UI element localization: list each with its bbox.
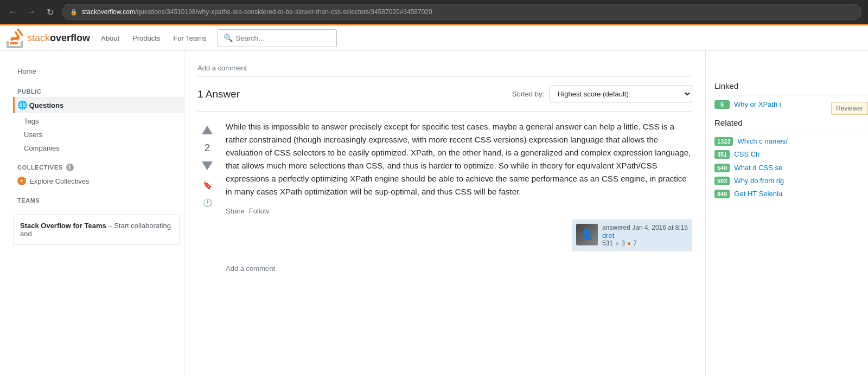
teams-box-title: Stack Overflow for Teams bbox=[20, 222, 106, 230]
linked-title: Linked bbox=[714, 81, 868, 95]
sidebar-item-home[interactable]: Home bbox=[13, 64, 184, 79]
so-logo[interactable]: stackoverflow bbox=[7, 28, 90, 48]
so-logo-icon bbox=[7, 28, 24, 48]
back-button[interactable]: ← bbox=[7, 5, 20, 18]
site-header: stackoverflow About Products For Teams 🔍 bbox=[0, 24, 868, 51]
address-bar[interactable]: 🔒 stackoverflow.com/questions/34510198/w… bbox=[62, 4, 861, 20]
related-item-3: 593 Why do from rig bbox=[714, 176, 868, 186]
user-reputation: 531 3 ● 7 bbox=[602, 239, 688, 247]
follow-link[interactable]: Follow bbox=[249, 207, 270, 215]
search-input[interactable] bbox=[236, 34, 331, 42]
bronze-badge: ● bbox=[627, 239, 631, 247]
sidebar-item-questions[interactable]: 🌐 Questions bbox=[13, 97, 184, 113]
related-section: Related 1323 Which c names/ 351 CSS Ch 5… bbox=[714, 118, 868, 199]
score-badge-540: 540 bbox=[714, 164, 730, 172]
vote-up-button[interactable] bbox=[197, 120, 217, 140]
user-name-link[interactable]: dret bbox=[602, 231, 688, 239]
sidebar: Home PUBLIC 🌐 Questions Tags Users Compa… bbox=[0, 51, 184, 376]
teams-box: Stack Overflow for Teams – Start collabo… bbox=[13, 215, 180, 245]
bookmark-button[interactable] bbox=[200, 178, 215, 193]
answered-at: answered Jan 4, 2016 at 8:15 bbox=[602, 224, 688, 231]
score-badge-5: 5 bbox=[714, 100, 730, 109]
score-badge-593: 593 bbox=[714, 177, 730, 185]
bookmark-icon bbox=[203, 180, 212, 190]
info-icon: i bbox=[66, 164, 74, 171]
refresh-button[interactable]: ↻ bbox=[43, 5, 56, 18]
answer-actions: Share Follow bbox=[226, 207, 692, 215]
related-item-link-4[interactable]: Get HT Seleniu bbox=[734, 189, 782, 199]
share-link[interactable]: Share bbox=[226, 207, 245, 215]
sidebar-section-public: PUBLIC bbox=[13, 80, 184, 97]
history-button[interactable] bbox=[200, 195, 215, 210]
related-item-4: 640 Get HT Seleniu bbox=[714, 189, 868, 199]
add-comment-bottom[interactable]: Add a comment bbox=[226, 260, 692, 277]
sidebar-item-users[interactable]: Users bbox=[13, 128, 184, 141]
history-icon bbox=[203, 198, 212, 208]
downvote-icon bbox=[202, 161, 213, 170]
forward-button[interactable]: → bbox=[25, 5, 38, 18]
logo-text: stackoverflow bbox=[27, 33, 90, 44]
search-icon: 🔍 bbox=[224, 34, 233, 42]
collectives-icon: ✦ bbox=[17, 177, 26, 185]
add-comment-top[interactable]: Add a comment bbox=[197, 60, 692, 76]
sort-select[interactable]: Highest score (default)Trending (recent … bbox=[550, 86, 692, 102]
lock-icon: 🔒 bbox=[70, 9, 78, 16]
url-text: stackoverflow.com/questions/34510198/why… bbox=[82, 8, 432, 16]
nav-for-teams[interactable]: For Teams bbox=[167, 24, 213, 51]
score-badge-640: 640 bbox=[714, 190, 730, 198]
answer-header: 1 Answer Sorted by: Highest score (defau… bbox=[197, 76, 692, 111]
user-card: 👤 answered Jan 4, 2016 at 8:15 dret 531 … bbox=[572, 219, 692, 251]
related-item-2: 540 What d CSS se bbox=[714, 163, 868, 173]
vote-count: 2 bbox=[205, 142, 210, 154]
related-item-link-2[interactable]: What d CSS se bbox=[734, 163, 782, 173]
upvote-icon bbox=[202, 126, 213, 134]
browser-chrome: ← → ↻ 🔒 stackoverflow.com/questions/3451… bbox=[0, 0, 868, 24]
related-item-0: 1323 Which c names/ bbox=[714, 137, 868, 146]
vote-column: 2 bbox=[197, 120, 217, 277]
related-item-link-3[interactable]: Why do from rig bbox=[734, 176, 784, 186]
user-info: answered Jan 4, 2016 at 8:15 dret 531 3 … bbox=[602, 224, 688, 247]
avatar-image: 👤 bbox=[576, 224, 598, 245]
sorted-by-label: Sorted by: bbox=[512, 90, 544, 98]
vote-down-button[interactable] bbox=[197, 156, 217, 176]
silver-badge bbox=[615, 239, 619, 247]
answer-meta: 👤 answered Jan 4, 2016 at 8:15 dret 531 … bbox=[226, 219, 692, 251]
main-content: Add a comment 1 Answer Sorted by: Highes… bbox=[184, 51, 705, 376]
related-item-link-0[interactable]: Which c names/ bbox=[737, 137, 787, 146]
search-bar[interactable]: 🔍 bbox=[218, 29, 337, 47]
related-title: Related bbox=[714, 118, 868, 132]
nav-products[interactable]: Products bbox=[126, 24, 167, 51]
reviewer-badge: Reviewer bbox=[831, 102, 868, 115]
answer-body: While this is impossible to answer preci… bbox=[226, 120, 692, 277]
sidebar-item-explore-collectives[interactable]: ✦ Explore Collectives bbox=[13, 173, 184, 189]
related-item-1: 351 CSS Ch bbox=[714, 150, 868, 159]
answer-item: 2 While this is impossible to answer pre… bbox=[197, 111, 692, 286]
score-badge-351: 351 bbox=[714, 150, 730, 159]
user-avatar: 👤 bbox=[576, 224, 598, 245]
answer-count: 1 Answer bbox=[197, 88, 240, 100]
sort-controls: Sorted by: Highest score (default)Trendi… bbox=[512, 86, 692, 102]
nav-about[interactable]: About bbox=[94, 24, 126, 51]
right-sidebar: Reviewer Linked 5 Why or XPath i Related… bbox=[705, 51, 868, 376]
page-layout: Home PUBLIC 🌐 Questions Tags Users Compa… bbox=[0, 51, 868, 376]
sidebar-section-teams: TEAMS bbox=[13, 189, 184, 206]
related-item-link-1[interactable]: CSS Ch bbox=[734, 150, 760, 159]
sidebar-section-collectives: COLLECTIVES i bbox=[13, 155, 184, 173]
score-badge-1323: 1323 bbox=[714, 137, 733, 146]
answer-text: While this is impossible to answer preci… bbox=[226, 120, 692, 198]
globe-icon: 🌐 bbox=[17, 100, 27, 110]
linked-item-link-0[interactable]: Why or XPath i bbox=[734, 100, 781, 109]
sidebar-item-tags[interactable]: Tags bbox=[13, 114, 184, 128]
sidebar-item-companies[interactable]: Companies bbox=[13, 141, 184, 155]
